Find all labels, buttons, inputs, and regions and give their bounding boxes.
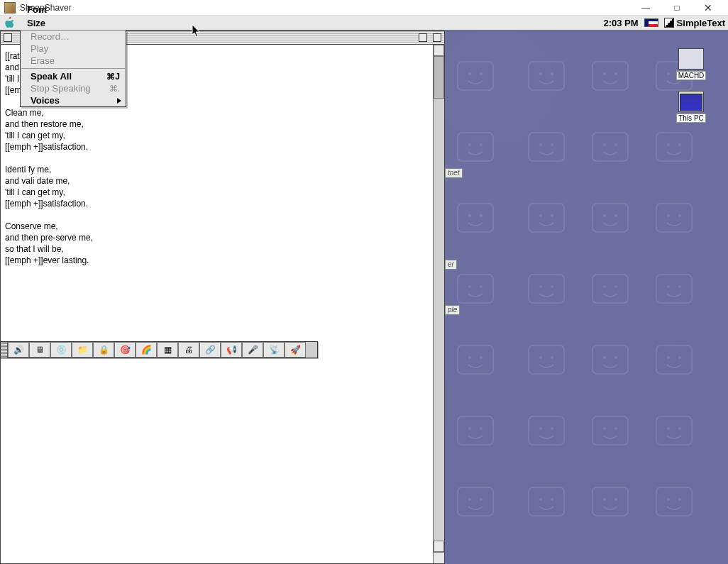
host-close-button[interactable]: ✕ bbox=[693, 0, 724, 16]
application-menu[interactable]: SimpleText bbox=[664, 18, 725, 28]
svg-point-5 bbox=[551, 72, 553, 75]
svg-point-35 bbox=[678, 214, 681, 217]
svg-point-28 bbox=[539, 214, 542, 217]
svg-point-55 bbox=[603, 356, 606, 359]
host-minimize-button[interactable]: — bbox=[630, 0, 661, 16]
control-strip-monitor[interactable]: 🖥 bbox=[29, 342, 50, 358]
zoom-box[interactable] bbox=[419, 33, 427, 42]
control-strip-handle[interactable] bbox=[306, 342, 317, 358]
submenu-arrow-icon bbox=[117, 98, 121, 104]
svg-point-80 bbox=[614, 498, 617, 501]
collapse-box[interactable] bbox=[433, 33, 441, 42]
menu-item-voices[interactable]: Voices bbox=[21, 94, 126, 106]
svg-rect-66 bbox=[592, 416, 628, 445]
control-strip-tab[interactable] bbox=[1, 342, 8, 358]
wallpaper-face-icon bbox=[589, 484, 632, 519]
control-strip-launcher[interactable]: 🚀 bbox=[285, 342, 306, 358]
desktop-icon-thispc[interactable]: This PC bbox=[668, 91, 714, 123]
control-strip-printer[interactable]: 🖨 bbox=[178, 342, 199, 358]
application-name: SimpleText bbox=[677, 18, 725, 28]
desktop-icon-machd[interactable]: MACHD bbox=[668, 48, 714, 80]
mac-menubar: FileEditFontSizeStyleSoundHelp 2:03 PM S… bbox=[0, 16, 728, 31]
keyboard-flag-icon[interactable] bbox=[644, 18, 658, 27]
svg-rect-42 bbox=[592, 275, 628, 303]
wallpaper-face-icon bbox=[589, 342, 632, 377]
svg-rect-45 bbox=[656, 275, 692, 303]
svg-rect-39 bbox=[529, 275, 564, 303]
svg-point-44 bbox=[614, 285, 617, 288]
svg-point-20 bbox=[614, 143, 617, 146]
svg-rect-33 bbox=[656, 204, 692, 232]
svg-point-37 bbox=[468, 285, 471, 288]
svg-rect-18 bbox=[592, 133, 628, 161]
svg-point-40 bbox=[539, 285, 542, 288]
svg-point-76 bbox=[539, 498, 542, 501]
control-strip[interactable]: 🔊🖥💿📁🔒🎯🌈▦🖨🔗📢🎤📡🚀 bbox=[0, 341, 318, 358]
svg-point-31 bbox=[603, 214, 606, 217]
svg-point-67 bbox=[603, 427, 606, 430]
document-text-area[interactable]: [[rate -60]]Push me, and then just touch… bbox=[1, 45, 433, 563]
scroll-down-button[interactable] bbox=[434, 541, 444, 552]
menu-separator bbox=[21, 68, 125, 69]
svg-point-29 bbox=[551, 214, 553, 217]
simpletext-icon bbox=[664, 18, 674, 28]
control-strip-pattern[interactable]: ▦ bbox=[157, 342, 178, 358]
simpletext-window: [[rate -60]]Push me, and then just touch… bbox=[0, 31, 445, 564]
svg-point-41 bbox=[551, 285, 553, 288]
svg-rect-12 bbox=[458, 133, 493, 161]
svg-rect-6 bbox=[592, 62, 628, 90]
desktop-icon-label: This PC bbox=[676, 114, 706, 123]
control-strip-lock[interactable]: 🔒 bbox=[93, 342, 114, 358]
wallpaper-face-icon bbox=[589, 200, 632, 236]
apple-menu-icon[interactable] bbox=[3, 16, 16, 29]
svg-rect-60 bbox=[458, 416, 493, 445]
svg-point-47 bbox=[678, 285, 681, 288]
svg-point-56 bbox=[614, 356, 617, 359]
control-strip-appletalk[interactable]: 🔗 bbox=[199, 342, 221, 358]
control-strip-file-sharing[interactable]: 📁 bbox=[72, 342, 93, 358]
close-box[interactable] bbox=[4, 33, 12, 42]
wallpaper-face-icon bbox=[454, 200, 497, 236]
svg-point-49 bbox=[468, 356, 471, 359]
svg-rect-48 bbox=[458, 345, 493, 374]
control-strip-colorsync[interactable]: 🎯 bbox=[114, 342, 136, 358]
wallpaper-face-icon bbox=[454, 484, 497, 519]
svg-point-83 bbox=[678, 498, 681, 501]
svg-rect-81 bbox=[656, 487, 692, 516]
resize-handle[interactable] bbox=[434, 552, 444, 563]
svg-point-82 bbox=[667, 498, 670, 501]
menu-clock[interactable]: 2:03 PM bbox=[603, 18, 638, 28]
wallpaper-face-icon bbox=[525, 200, 568, 236]
svg-point-71 bbox=[678, 427, 681, 430]
scroll-track[interactable] bbox=[434, 56, 444, 541]
svg-point-8 bbox=[614, 72, 617, 75]
menu-size[interactable]: Size bbox=[20, 16, 62, 30]
svg-point-25 bbox=[468, 214, 471, 217]
svg-point-32 bbox=[614, 214, 617, 217]
svg-point-16 bbox=[539, 143, 542, 146]
svg-point-77 bbox=[551, 498, 553, 501]
host-maximize-button[interactable]: □ bbox=[661, 0, 693, 16]
svg-point-73 bbox=[468, 498, 471, 501]
mac-desktop[interactable]: FileEditFontSizeStyleSoundHelp 2:03 PM S… bbox=[0, 16, 728, 564]
wallpaper-face-icon bbox=[525, 58, 568, 94]
wallpaper-face-icon bbox=[454, 413, 497, 448]
control-strip-speaker[interactable]: 📢 bbox=[221, 342, 242, 358]
control-strip-cd[interactable]: 💿 bbox=[50, 342, 72, 358]
scroll-up-button[interactable] bbox=[434, 45, 444, 56]
vertical-scrollbar[interactable] bbox=[433, 45, 444, 563]
control-strip-audio[interactable]: 🔊 bbox=[8, 342, 29, 358]
menu-font[interactable]: Font bbox=[20, 3, 62, 16]
wallpaper-face-icon bbox=[525, 129, 568, 165]
svg-point-59 bbox=[678, 356, 681, 359]
svg-rect-0 bbox=[458, 62, 493, 90]
menu-item-speak-all[interactable]: Speak All⌘J bbox=[21, 70, 126, 82]
menu-shortcut: ⌘. bbox=[109, 84, 120, 94]
scroll-thumb[interactable] bbox=[434, 56, 444, 99]
wallpaper-face-icon bbox=[454, 129, 497, 165]
control-strip-color-depth[interactable]: 🌈 bbox=[136, 342, 157, 358]
peek-label: tnet bbox=[445, 168, 463, 178]
control-strip-remote[interactable]: 📡 bbox=[263, 342, 285, 358]
control-strip-mic[interactable]: 🎤 bbox=[242, 342, 263, 358]
wallpaper-face-icon bbox=[653, 200, 695, 236]
